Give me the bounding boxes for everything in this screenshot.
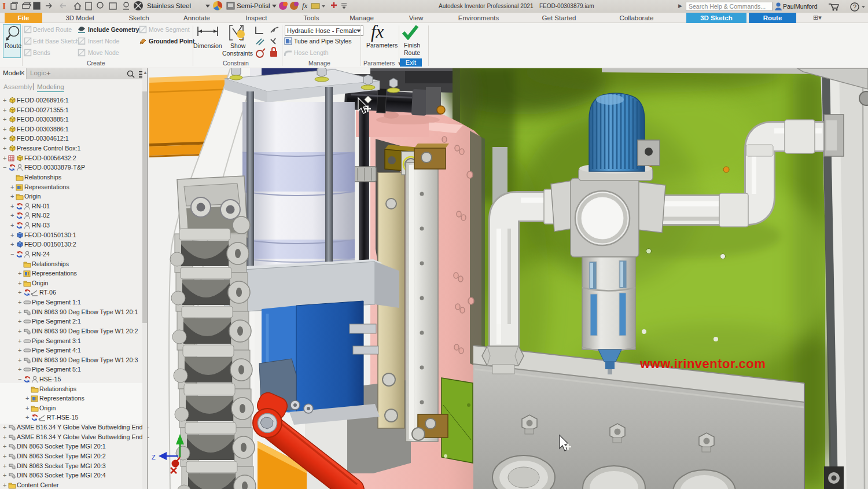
svg-text:I: I: [2, 1, 6, 11]
svg-text:Stainless Steel: Stainless Steel: [147, 2, 191, 9]
svg-text:Z: Z: [152, 454, 156, 461]
svg-text:Semi-Polisl: Semi-Polisl: [237, 2, 270, 9]
svg-text:?: ?: [853, 3, 856, 10]
svg-text:www.irinventor.com: www.irinventor.com: [639, 356, 766, 371]
svg-text:fx: fx: [302, 1, 308, 10]
